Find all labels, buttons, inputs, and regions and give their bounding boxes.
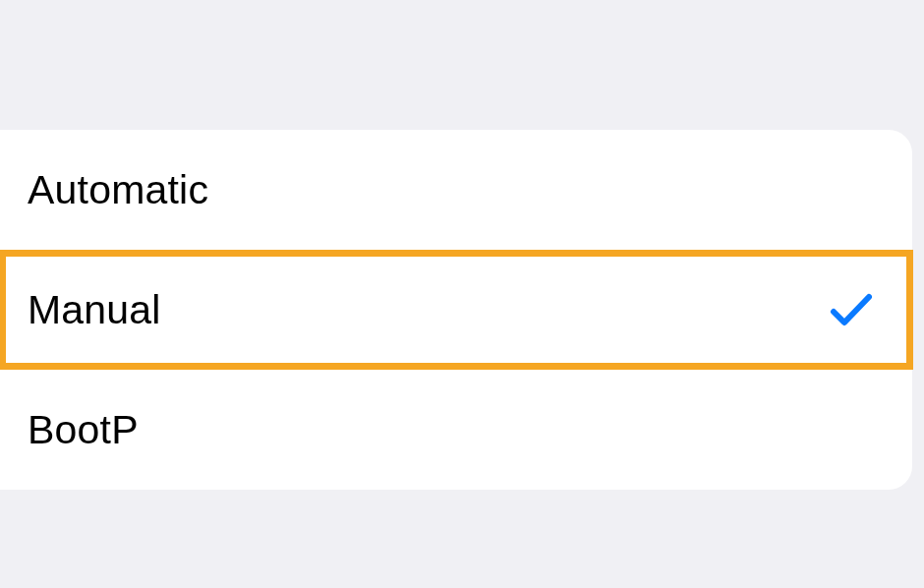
option-label: Manual bbox=[28, 287, 161, 333]
settings-list: Automatic Manual BootP bbox=[0, 130, 912, 490]
option-bootp[interactable]: BootP bbox=[0, 370, 912, 490]
checkmark-icon bbox=[830, 288, 873, 331]
option-automatic[interactable]: Automatic bbox=[0, 130, 912, 250]
option-manual[interactable]: Manual bbox=[0, 250, 913, 370]
option-label: Automatic bbox=[28, 167, 208, 213]
option-label: BootP bbox=[28, 407, 139, 453]
